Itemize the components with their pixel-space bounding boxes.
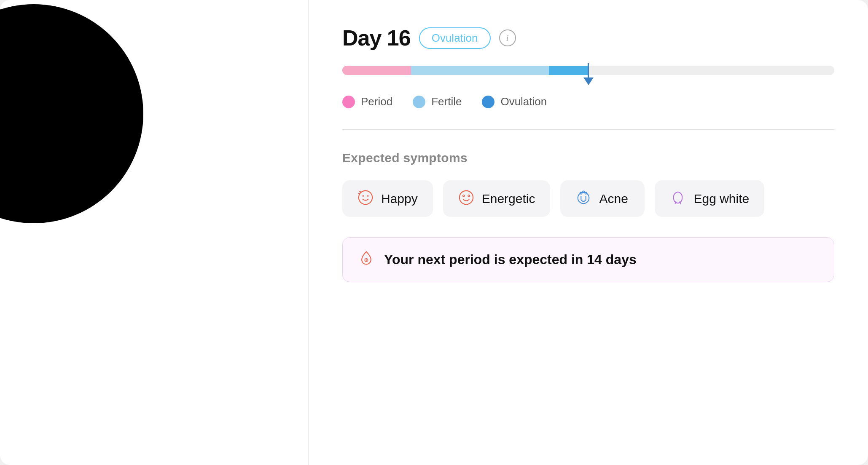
symptom-card-egg-white[interactable]: Egg white	[655, 180, 764, 217]
svg-point-2	[367, 195, 368, 196]
marker-line	[588, 63, 589, 78]
happy-icon	[357, 190, 374, 208]
symptoms-section-title: Expected symptoms	[342, 151, 834, 165]
egg-white-icon	[670, 190, 686, 208]
svg-point-18	[366, 259, 367, 261]
phase-badge[interactable]: Ovulation	[419, 27, 491, 49]
progress-ovulation-segment	[549, 66, 588, 75]
symptom-card-energetic[interactable]: Energetic	[443, 180, 551, 217]
section-divider	[342, 129, 834, 130]
svg-point-1	[363, 195, 364, 196]
day-title: Day 16	[342, 25, 411, 51]
svg-point-9	[463, 195, 464, 196]
symptom-label-energetic: Energetic	[482, 192, 535, 206]
legend-dot-period	[342, 96, 355, 108]
svg-point-6	[460, 191, 473, 204]
app-container: Day 16 Ovulation i	[0, 0, 868, 465]
energetic-icon	[458, 190, 474, 208]
acne-icon	[575, 190, 591, 208]
legend-item-period: Period	[342, 95, 392, 108]
progress-pink-segment	[342, 66, 411, 75]
period-drop-icon	[358, 249, 375, 270]
progress-bar-container	[342, 66, 834, 75]
legend-label-fertile: Fertile	[431, 95, 462, 108]
symptom-label-acne: Acne	[599, 192, 628, 206]
period-notification: Your next period is expected in 14 days	[342, 237, 834, 282]
legend-dot-ovulation	[482, 96, 494, 108]
progress-rest-segment	[588, 66, 834, 75]
legend-item-fertile: Fertile	[413, 95, 462, 108]
progress-fertile-segment	[411, 66, 549, 75]
day-header: Day 16 Ovulation i	[342, 25, 834, 51]
info-icon[interactable]: i	[499, 29, 516, 46]
symptom-card-acne[interactable]: Acne	[560, 180, 645, 217]
legend-dot-fertile	[413, 96, 425, 108]
legend-label-period: Period	[361, 95, 392, 108]
symptom-label-egg-white: Egg white	[693, 192, 749, 206]
symptoms-grid: Happy Energetic	[342, 180, 834, 217]
legend-label-ovulation: Ovulation	[500, 95, 547, 108]
svg-line-5	[359, 191, 360, 192]
period-notification-text: Your next period is expected in 14 days	[384, 252, 637, 267]
symptom-card-happy[interactable]: Happy	[342, 180, 433, 217]
marker-triangle	[583, 78, 594, 85]
symptom-label-happy: Happy	[381, 192, 418, 206]
left-panel	[0, 0, 308, 465]
legend-item-ovulation: Ovulation	[482, 95, 547, 108]
legend: Period Fertile Ovulation	[342, 95, 834, 108]
svg-point-10	[468, 195, 469, 196]
decorative-circle	[0, 4, 143, 223]
svg-point-11	[578, 192, 589, 204]
progress-marker	[583, 63, 594, 85]
progress-track	[342, 66, 834, 75]
right-panel: Day 16 Ovulation i	[309, 0, 868, 465]
